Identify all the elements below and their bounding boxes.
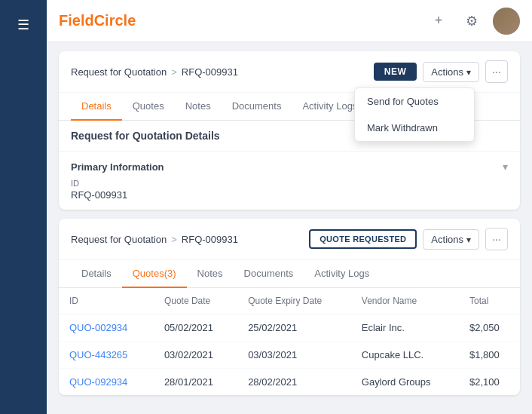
cell-expiry-1: 03/03/2021 (237, 342, 351, 369)
breadcrumb-bottom: Request for Quotation > RFQ-009931 (71, 234, 238, 245)
add-icon[interactable]: + (427, 9, 451, 33)
tab-quotes[interactable]: Quotes (122, 93, 175, 121)
id-label: ID (71, 179, 508, 188)
section-title: Request for Quotation Details (71, 130, 220, 142)
cell-expiry-2: 28/02/2021 (237, 369, 351, 396)
quotes-table-wrapper: ID Quote Date Quote Expiry Date Vendor N… (59, 288, 520, 395)
col-vendor-name: Vendor Name (351, 288, 459, 314)
cell-date-1: 03/02/2021 (154, 342, 237, 369)
cell-vendor-2: Gaylord Groups (351, 369, 459, 396)
tab-notes[interactable]: Notes (175, 93, 222, 121)
breadcrumb-rfq-id: RFQ-009931 (182, 66, 238, 78)
tab-notes-2[interactable]: Notes (187, 260, 234, 288)
table-row: QUO-002934 05/02/2021 25/02/2021 Eclair … (59, 314, 520, 342)
card-header-actions: NEW Actions ··· (374, 60, 508, 83)
cell-total-1: $1,800 (459, 342, 520, 369)
avatar[interactable] (493, 8, 520, 35)
tab-details-2[interactable]: Details (71, 260, 122, 288)
sidebar: ☰ (0, 0, 47, 414)
tab-activity-logs-2[interactable]: Activity Logs (304, 260, 380, 288)
actions-button-2[interactable]: Actions (423, 229, 479, 250)
brand-logo: FieldCircle (59, 12, 136, 29)
tab-documents-2[interactable]: Documents (234, 260, 304, 288)
topbar-brand: FieldCircle (59, 12, 136, 29)
cell-date-2: 28/01/2021 (154, 369, 237, 396)
avatar-image (493, 8, 520, 35)
table-row: QUO-092934 28/01/2021 28/02/2021 Gaylord… (59, 369, 520, 396)
cell-total-2: $2,100 (459, 369, 520, 396)
rfq-card-top: Request for Quotation > RFQ-009931 NEW A… (59, 51, 520, 210)
quotes-table: ID Quote Date Quote Expiry Date Vendor N… (59, 288, 520, 395)
hamburger-icon[interactable]: ☰ (11, 11, 35, 39)
quote-requested-button[interactable]: QUOTE REQUESTED (309, 229, 417, 249)
mark-withdrawn-item[interactable]: Mark Withdrawn (355, 115, 474, 141)
col-id: ID (59, 288, 154, 314)
card-header-actions-2: QUOTE REQUESTED Actions ··· (309, 228, 508, 250)
breadcrumb-top: Request for Quotation > RFQ-009931 (71, 66, 238, 78)
table-row: QUO-443265 03/02/2021 03/03/2021 Cupcake… (59, 342, 520, 369)
tabs-bottom: Details Quotes(3) Notes Documents Activi… (59, 260, 520, 288)
topbar: FieldCircle + ⚙ (47, 0, 532, 42)
cell-id-1[interactable]: QUO-443265 (59, 342, 154, 369)
col-total: Total (459, 288, 520, 314)
col-expiry-date: Quote Expiry Date (237, 288, 351, 314)
card-header-bottom: Request for Quotation > RFQ-009931 QUOTE… (59, 219, 520, 260)
settings-icon[interactable]: ⚙ (460, 9, 484, 33)
col-quote-date: Quote Date (154, 288, 237, 314)
send-for-quotes-item[interactable]: Send for Quotes (355, 88, 474, 115)
rfq-card-bottom: Request for Quotation > RFQ-009931 QUOTE… (59, 219, 520, 395)
brand-name-part2: Circle (94, 12, 136, 29)
cell-date-0: 05/02/2021 (154, 314, 237, 342)
chevron-down-icon-2 (466, 234, 471, 245)
tab-details[interactable]: Details (71, 93, 122, 121)
content-area: Request for Quotation > RFQ-009931 NEW A… (47, 42, 532, 414)
collapse-chevron-icon[interactable]: ▾ (503, 161, 508, 173)
card-header-top: Request for Quotation > RFQ-009931 NEW A… (59, 51, 520, 93)
cell-id-0[interactable]: QUO-002934 (59, 314, 154, 342)
new-button[interactable]: NEW (374, 63, 417, 81)
dots-icon-2: ··· (492, 233, 501, 245)
brand-name-part1: Field (59, 12, 94, 29)
more-options-button-2[interactable]: ··· (485, 228, 508, 250)
id-value: RFQ-009931 (71, 189, 508, 201)
tab-documents[interactable]: Documents (222, 93, 292, 121)
actions-dropdown: Send for Quotes Mark Withdrawn (354, 87, 475, 142)
dots-icon: ··· (492, 66, 501, 78)
chevron-down-icon (466, 66, 471, 78)
breadcrumb-label: Request for Quotation (71, 66, 167, 78)
primary-information-label: Primary Information (71, 161, 164, 173)
cell-total-0: $2,050 (459, 314, 520, 342)
cell-vendor-0: Eclair Inc. (351, 314, 459, 342)
actions-label: Actions (431, 66, 463, 78)
tab-quotes-2[interactable]: Quotes(3) (122, 260, 187, 288)
cell-id-2[interactable]: QUO-092934 (59, 369, 154, 396)
actions-label-2: Actions (431, 234, 463, 245)
cell-expiry-0: 25/02/2021 (237, 314, 351, 342)
more-options-button[interactable]: ··· (485, 60, 508, 83)
primary-info: Primary Information ▾ ID RFQ-009931 (59, 152, 520, 210)
main-content: FieldCircle + ⚙ Request for Quotation > (47, 0, 532, 414)
cell-vendor-1: Cupcake LLC. (351, 342, 459, 369)
actions-button[interactable]: Actions (423, 62, 479, 82)
breadcrumb-rfq-id-2: RFQ-009931 (182, 234, 238, 245)
breadcrumb-label-2: Request for Quotation (71, 234, 167, 245)
topbar-right: + ⚙ (427, 8, 520, 35)
breadcrumb-sep: > (171, 66, 177, 78)
breadcrumb-sep-2: > (171, 234, 177, 245)
